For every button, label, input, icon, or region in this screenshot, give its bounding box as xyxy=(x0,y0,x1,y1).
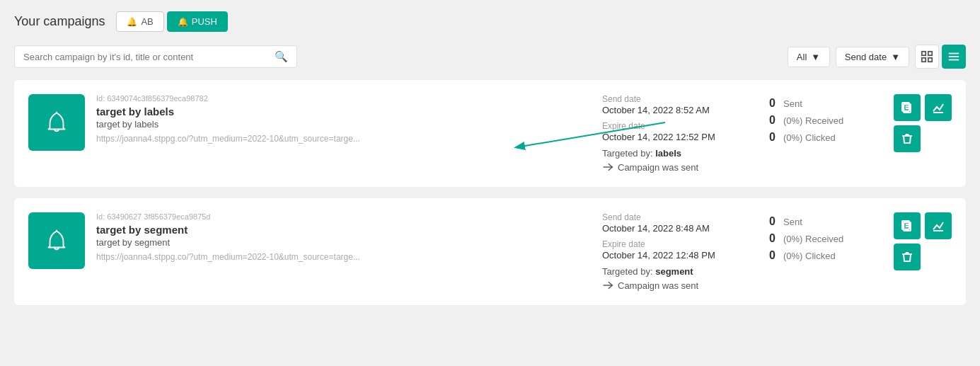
campaign-dates-0: Send date October 14, 2022 8:52 AM Expir… xyxy=(602,94,758,173)
delete-button-0[interactable] xyxy=(894,125,921,152)
tab-ab[interactable]: 🔔 AB xyxy=(116,11,163,32)
filter-label: All xyxy=(797,52,807,62)
send-date-value-1: October 14, 2022 8:48 AM xyxy=(602,223,758,234)
campaign-actions-0 xyxy=(894,94,952,152)
svg-rect-0 xyxy=(922,52,926,55)
campaign-name-1: target by segment xyxy=(96,224,591,236)
svg-rect-2 xyxy=(922,58,926,62)
list-icon xyxy=(947,50,960,63)
grid-view-button[interactable] xyxy=(915,45,939,69)
chart-icon-1 xyxy=(931,219,945,233)
expire-date-label-1: Expire date xyxy=(602,239,758,249)
campaigns-list: Id: 6349074c3f856379eca98782 target by l… xyxy=(14,80,966,305)
trash-icon-1 xyxy=(900,250,914,264)
trash-icon-0 xyxy=(900,132,914,146)
campaign-icon-1 xyxy=(28,212,85,269)
campaign-info-1: Id: 63490627 3f856379eca9875d target by … xyxy=(96,212,591,262)
action-row-top-0 xyxy=(894,94,952,121)
campaign-id-0: Id: 6349074c3f856379eca98782 xyxy=(96,94,591,103)
campaign-stats-0: 0 Sent 0 (0%) Received 0 (0%) Clicked xyxy=(769,94,882,144)
stat-received-0: 0 (0%) Received xyxy=(769,114,882,127)
list-view-button[interactable] xyxy=(942,45,966,69)
campaign-stats-1: 0 Sent 0 (0%) Received 0 (0%) Clicked xyxy=(769,212,882,262)
search-input[interactable] xyxy=(23,52,269,62)
campaign-name-0: target by labels xyxy=(96,105,591,118)
campaign-url-1: https://joanna4.stppg.co/?utm_medium=202… xyxy=(96,252,591,262)
action-row-top-1 xyxy=(894,212,952,239)
chart-icon-0 xyxy=(931,101,945,115)
tab-ab-label: AB xyxy=(141,16,153,27)
page-header: Your campaigns 🔔 AB 🔔 PUSH xyxy=(14,11,966,32)
send-icon-1 xyxy=(602,280,613,291)
targeted-by-1: Targeted by: segment xyxy=(602,266,758,277)
campaign-id-1: Id: 63490627 3f856379eca9875d xyxy=(96,212,591,221)
analytics-button-1[interactable] xyxy=(925,212,952,239)
stat-sent-0: 0 Sent xyxy=(769,97,882,110)
campaign-actions-1 xyxy=(894,212,952,270)
duplicate-button-1[interactable] xyxy=(894,212,921,239)
campaign-url-0: https://joanna4.stppg.co/?utm_medium=202… xyxy=(96,134,591,144)
campaigns-page: Your campaigns 🔔 AB 🔔 PUSH 🔍 All ▼ Send xyxy=(0,0,980,366)
expire-date-label-0: Expire date xyxy=(602,121,758,131)
notification-bell-icon-0 xyxy=(43,109,70,136)
sort-arrow-icon: ▼ xyxy=(891,52,900,62)
stat-clicked-1: 0 (0%) Clicked xyxy=(769,249,882,262)
send-date-label-0: Send date xyxy=(602,94,758,104)
filter-chevron-icon: ▼ xyxy=(811,52,820,62)
stat-sent-1: 0 Sent xyxy=(769,215,882,228)
svg-rect-1 xyxy=(928,52,932,55)
campaign-desc-0: target by labels xyxy=(96,119,591,130)
targeted-by-0: Targeted by: labels xyxy=(602,148,758,159)
duplicate-icon-0 xyxy=(900,101,914,115)
expire-date-value-1: October 14, 2022 12:48 PM xyxy=(602,250,758,261)
campaign-status-0: Campaign was sent xyxy=(602,161,758,173)
campaign-info-0: Id: 6349074c3f856379eca98782 target by l… xyxy=(96,94,591,144)
bell-icon-push: 🔔 xyxy=(178,17,188,27)
campaign-icon-0 xyxy=(28,94,85,151)
tab-group: 🔔 AB 🔔 PUSH xyxy=(116,11,227,32)
tab-push[interactable]: 🔔 PUSH xyxy=(167,11,228,32)
expire-date-value-0: October 14, 2022 12:52 PM xyxy=(602,132,758,142)
stat-clicked-0: 0 (0%) Clicked xyxy=(769,131,882,144)
page-title: Your campaigns xyxy=(14,14,105,29)
toolbar: 🔍 All ▼ Send date ▼ xyxy=(14,45,966,69)
campaign-card-0: Id: 6349074c3f856379eca98782 target by l… xyxy=(14,80,966,187)
delete-button-1[interactable] xyxy=(894,244,921,270)
stat-received-1: 0 (0%) Received xyxy=(769,232,882,245)
duplicate-button-0[interactable] xyxy=(894,94,921,121)
campaign-desc-1: target by segment xyxy=(96,237,591,248)
grid-icon xyxy=(921,50,933,63)
duplicate-icon-1 xyxy=(900,219,914,233)
view-toggle xyxy=(915,45,966,69)
campaign-status-1: Campaign was sent xyxy=(602,280,758,291)
svg-rect-3 xyxy=(928,58,932,62)
filter-group: All ▼ Send date ▼ xyxy=(788,45,966,69)
bell-icon-ab: 🔔 xyxy=(127,17,137,27)
sort-label: Send date xyxy=(845,52,887,62)
action-row-bot-1 xyxy=(894,244,952,270)
search-icon: 🔍 xyxy=(275,50,288,63)
send-date-value-0: October 14, 2022 8:52 AM xyxy=(602,105,758,115)
send-date-label-1: Send date xyxy=(602,212,758,222)
send-icon-0 xyxy=(602,161,613,173)
filter-select[interactable]: All ▼ xyxy=(788,47,830,67)
search-box[interactable]: 🔍 xyxy=(14,45,297,68)
tab-push-label: PUSH xyxy=(192,16,217,27)
campaign-card-1: Id: 63490627 3f856379eca9875d target by … xyxy=(14,198,966,305)
notification-bell-icon-1 xyxy=(43,227,70,254)
analytics-button-0[interactable] xyxy=(925,94,952,121)
sort-select[interactable]: Send date ▼ xyxy=(836,47,909,67)
campaign-dates-1: Send date October 14, 2022 8:48 AM Expir… xyxy=(602,212,758,291)
action-row-bot-0 xyxy=(894,125,952,152)
